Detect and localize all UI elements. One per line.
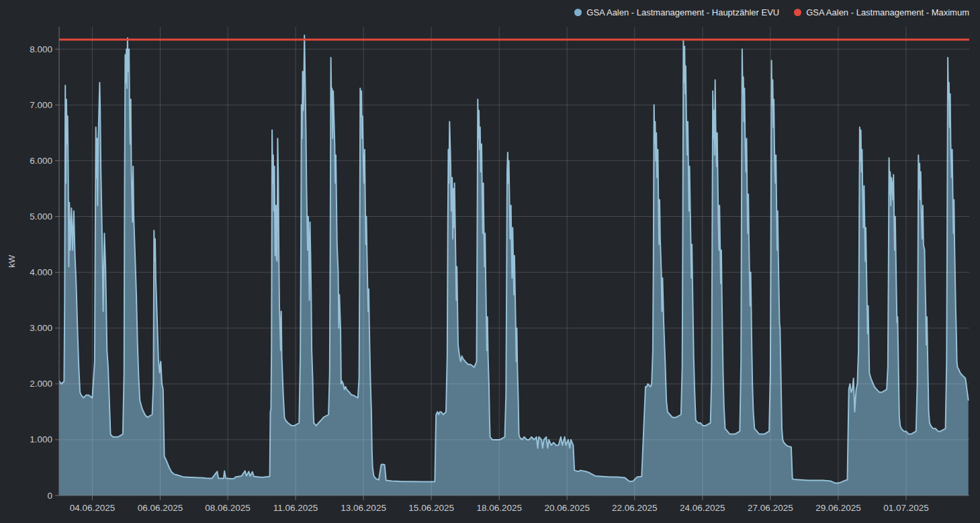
- legend-label-maximum: GSA Aalen - Lastmanagement - Maximum: [806, 7, 969, 17]
- y-tick-label: 4.000: [30, 267, 52, 277]
- legend-item-maximum[interactable]: GSA Aalen - Lastmanagement - Maximum: [794, 7, 969, 17]
- series-hauptzaehler-dot-icon: [574, 9, 582, 16]
- y-tick-label: 0: [47, 491, 52, 501]
- x-tick-label: 13.06.2025: [341, 503, 386, 513]
- y-tick-label: 3.000: [30, 323, 52, 333]
- y-axis-unit-label: kW: [7, 254, 17, 268]
- y-tick-label: 5.000: [30, 211, 52, 222]
- y-tick-label: 1.000: [30, 434, 52, 444]
- x-tick-label: 15.06.2025: [408, 503, 454, 513]
- series-maximum-dot-icon: [794, 9, 801, 16]
- x-tick-label: 20.06.2025: [544, 503, 590, 513]
- y-tick-label: 8.000: [30, 44, 52, 54]
- x-tick-label: 11.06.2025: [273, 503, 318, 513]
- x-tick-label: 01.07.2025: [883, 503, 929, 513]
- y-tick-label: 6.000: [30, 156, 52, 166]
- x-tick-label: 04.06.2025: [70, 503, 116, 513]
- x-tick-label: 24.06.2025: [680, 503, 725, 513]
- legend-item-hauptzaehler-evu[interactable]: GSA Aalen - Lastmanagement - Hauptzähler…: [574, 7, 779, 17]
- x-tick-label: 08.06.2025: [205, 503, 251, 513]
- y-tick-label: 7.000: [30, 100, 52, 110]
- x-tick-label: 18.06.2025: [476, 503, 522, 513]
- x-tick-label: 27.06.2025: [748, 503, 793, 513]
- x-tick-label: 29.06.2025: [815, 503, 861, 513]
- chart-plot-area[interactable]: 01.0002.0003.0004.0005.0006.0007.0008.00…: [0, 0, 980, 523]
- chart-legend: GSA Aalen - Lastmanagement - Hauptzähler…: [574, 7, 969, 17]
- load-management-chart: 01.0002.0003.0004.0005.0006.0007.0008.00…: [0, 0, 980, 523]
- legend-label-hauptzaehler: GSA Aalen - Lastmanagement - Hauptzähler…: [586, 7, 779, 17]
- x-tick-label: 06.06.2025: [138, 503, 183, 513]
- y-tick-label: 2.000: [30, 379, 52, 389]
- x-tick-label: 22.06.2025: [612, 503, 658, 513]
